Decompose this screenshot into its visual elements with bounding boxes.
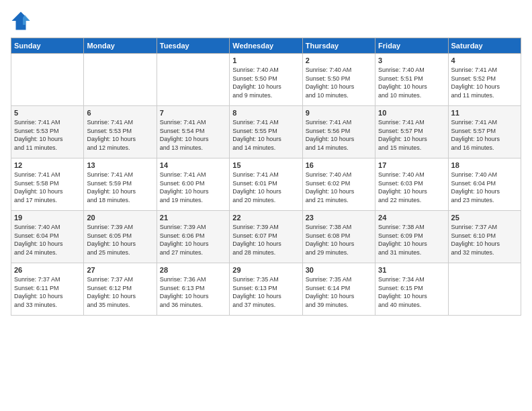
day-number: 17 bbox=[378, 161, 445, 169]
day-number: 11 bbox=[451, 109, 518, 117]
calendar-cell bbox=[157, 54, 229, 106]
day-number: 3 bbox=[378, 56, 445, 64]
calendar-cell: 24Sunrise: 7:38 AM Sunset: 6:09 PM Dayli… bbox=[375, 211, 448, 263]
day-number: 27 bbox=[87, 266, 153, 274]
day-info: Sunrise: 7:39 AM Sunset: 6:07 PM Dayligh… bbox=[232, 223, 299, 257]
day-info: Sunrise: 7:36 AM Sunset: 6:13 PM Dayligh… bbox=[160, 275, 226, 309]
weekday-header-row: SundayMondayTuesdayWednesdayThursdayFrid… bbox=[11, 38, 521, 54]
day-info: Sunrise: 7:40 AM Sunset: 6:04 PM Dayligh… bbox=[451, 171, 518, 204]
day-info: Sunrise: 7:38 AM Sunset: 6:08 PM Dayligh… bbox=[306, 223, 372, 257]
calendar-week-row: 12Sunrise: 7:41 AM Sunset: 5:58 PM Dayli… bbox=[11, 158, 521, 211]
day-number: 24 bbox=[378, 214, 445, 222]
day-info: Sunrise: 7:41 AM Sunset: 5:54 PM Dayligh… bbox=[160, 118, 226, 152]
calendar-cell: 8Sunrise: 7:41 AM Sunset: 5:55 PM Daylig… bbox=[230, 106, 302, 158]
day-info: Sunrise: 7:40 AM Sunset: 6:03 PM Dayligh… bbox=[378, 171, 445, 204]
day-info: Sunrise: 7:41 AM Sunset: 5:56 PM Dayligh… bbox=[306, 118, 372, 152]
day-info: Sunrise: 7:35 AM Sunset: 6:13 PM Dayligh… bbox=[232, 275, 299, 309]
calendar-cell: 31Sunrise: 7:34 AM Sunset: 6:15 PM Dayli… bbox=[375, 263, 448, 316]
day-number: 6 bbox=[87, 109, 153, 117]
calendar-cell: 1Sunrise: 7:40 AM Sunset: 5:50 PM Daylig… bbox=[230, 54, 302, 106]
calendar-week-row: 5Sunrise: 7:41 AM Sunset: 5:53 PM Daylig… bbox=[11, 106, 521, 158]
day-info: Sunrise: 7:41 AM Sunset: 5:59 PM Dayligh… bbox=[87, 171, 153, 204]
calendar-cell: 20Sunrise: 7:39 AM Sunset: 6:05 PM Dayli… bbox=[84, 211, 157, 263]
day-number: 20 bbox=[87, 214, 153, 222]
day-number: 5 bbox=[14, 109, 81, 117]
day-number: 13 bbox=[87, 161, 153, 169]
day-info: Sunrise: 7:40 AM Sunset: 5:51 PM Dayligh… bbox=[378, 66, 445, 99]
logo-icon bbox=[11, 11, 31, 31]
calendar-cell: 9Sunrise: 7:41 AM Sunset: 5:56 PM Daylig… bbox=[302, 106, 375, 158]
day-info: Sunrise: 7:38 AM Sunset: 6:09 PM Dayligh… bbox=[378, 223, 445, 257]
day-number: 1 bbox=[232, 56, 299, 64]
day-info: Sunrise: 7:40 AM Sunset: 6:02 PM Dayligh… bbox=[306, 171, 372, 204]
day-number: 26 bbox=[14, 266, 81, 274]
day-info: Sunrise: 7:37 AM Sunset: 6:11 PM Dayligh… bbox=[14, 275, 81, 309]
calendar-cell: 29Sunrise: 7:35 AM Sunset: 6:13 PM Dayli… bbox=[230, 263, 302, 316]
calendar-cell: 21Sunrise: 7:39 AM Sunset: 6:06 PM Dayli… bbox=[157, 211, 229, 263]
day-number: 31 bbox=[378, 266, 445, 274]
day-number: 9 bbox=[306, 109, 372, 117]
day-number: 29 bbox=[232, 266, 299, 274]
calendar-cell: 30Sunrise: 7:35 AM Sunset: 6:14 PM Dayli… bbox=[302, 263, 375, 316]
svg-marker-1 bbox=[23, 15, 30, 25]
calendar-cell: 14Sunrise: 7:41 AM Sunset: 6:00 PM Dayli… bbox=[157, 158, 229, 211]
calendar-cell: 12Sunrise: 7:41 AM Sunset: 5:58 PM Dayli… bbox=[11, 158, 84, 211]
calendar-cell bbox=[11, 54, 84, 106]
calendar-cell: 10Sunrise: 7:41 AM Sunset: 5:57 PM Dayli… bbox=[375, 106, 448, 158]
page-container: SundayMondayTuesdayWednesdayThursdayFrid… bbox=[0, 0, 532, 322]
calendar-cell: 17Sunrise: 7:40 AM Sunset: 6:03 PM Dayli… bbox=[375, 158, 448, 211]
weekday-header-friday: Friday bbox=[375, 38, 448, 54]
weekday-header-monday: Monday bbox=[84, 38, 157, 54]
calendar-cell: 3Sunrise: 7:40 AM Sunset: 5:51 PM Daylig… bbox=[375, 54, 448, 106]
weekday-header-tuesday: Tuesday bbox=[157, 38, 229, 54]
calendar-cell: 23Sunrise: 7:38 AM Sunset: 6:08 PM Dayli… bbox=[302, 211, 375, 263]
day-info: Sunrise: 7:41 AM Sunset: 5:57 PM Dayligh… bbox=[378, 118, 445, 152]
day-number: 25 bbox=[451, 214, 518, 222]
day-info: Sunrise: 7:40 AM Sunset: 5:50 PM Dayligh… bbox=[306, 66, 372, 99]
day-number: 14 bbox=[160, 161, 226, 169]
day-number: 4 bbox=[451, 56, 518, 64]
page-header bbox=[11, 11, 521, 31]
calendar-cell: 7Sunrise: 7:41 AM Sunset: 5:54 PM Daylig… bbox=[157, 106, 229, 158]
weekday-header-saturday: Saturday bbox=[448, 38, 521, 54]
day-number: 7 bbox=[160, 109, 226, 117]
day-number: 12 bbox=[14, 161, 81, 169]
day-number: 21 bbox=[160, 214, 226, 222]
day-number: 8 bbox=[232, 109, 299, 117]
calendar-cell bbox=[84, 54, 157, 106]
calendar-cell: 16Sunrise: 7:40 AM Sunset: 6:02 PM Dayli… bbox=[302, 158, 375, 211]
weekday-header-wednesday: Wednesday bbox=[230, 38, 302, 54]
calendar-week-row: 26Sunrise: 7:37 AM Sunset: 6:11 PM Dayli… bbox=[11, 263, 521, 316]
calendar-cell: 19Sunrise: 7:40 AM Sunset: 6:04 PM Dayli… bbox=[11, 211, 84, 263]
calendar-cell: 4Sunrise: 7:41 AM Sunset: 5:52 PM Daylig… bbox=[448, 54, 521, 106]
calendar-cell: 18Sunrise: 7:40 AM Sunset: 6:04 PM Dayli… bbox=[448, 158, 521, 211]
calendar-cell: 26Sunrise: 7:37 AM Sunset: 6:11 PM Dayli… bbox=[11, 263, 84, 316]
day-info: Sunrise: 7:41 AM Sunset: 5:53 PM Dayligh… bbox=[87, 118, 153, 152]
day-info: Sunrise: 7:40 AM Sunset: 6:04 PM Dayligh… bbox=[14, 223, 81, 257]
calendar-table: SundayMondayTuesdayWednesdayThursdayFrid… bbox=[11, 38, 521, 316]
day-info: Sunrise: 7:39 AM Sunset: 6:06 PM Dayligh… bbox=[160, 223, 226, 257]
day-info: Sunrise: 7:37 AM Sunset: 6:10 PM Dayligh… bbox=[451, 223, 518, 257]
day-number: 16 bbox=[306, 161, 372, 169]
day-info: Sunrise: 7:41 AM Sunset: 6:00 PM Dayligh… bbox=[160, 171, 226, 204]
day-info: Sunrise: 7:41 AM Sunset: 5:52 PM Dayligh… bbox=[451, 66, 518, 99]
day-number: 19 bbox=[14, 214, 81, 222]
day-info: Sunrise: 7:34 AM Sunset: 6:15 PM Dayligh… bbox=[378, 275, 445, 309]
day-number: 28 bbox=[160, 266, 226, 274]
day-info: Sunrise: 7:37 AM Sunset: 6:12 PM Dayligh… bbox=[87, 275, 153, 309]
day-number: 30 bbox=[306, 266, 372, 274]
day-number: 18 bbox=[451, 161, 518, 169]
calendar-cell: 2Sunrise: 7:40 AM Sunset: 5:50 PM Daylig… bbox=[302, 54, 375, 106]
calendar-cell bbox=[448, 263, 521, 316]
calendar-cell: 11Sunrise: 7:41 AM Sunset: 5:57 PM Dayli… bbox=[448, 106, 521, 158]
day-info: Sunrise: 7:41 AM Sunset: 5:55 PM Dayligh… bbox=[232, 118, 299, 152]
calendar-cell: 6Sunrise: 7:41 AM Sunset: 5:53 PM Daylig… bbox=[84, 106, 157, 158]
day-number: 22 bbox=[232, 214, 299, 222]
calendar-cell: 28Sunrise: 7:36 AM Sunset: 6:13 PM Dayli… bbox=[157, 263, 229, 316]
day-number: 23 bbox=[306, 214, 372, 222]
calendar-cell: 25Sunrise: 7:37 AM Sunset: 6:10 PM Dayli… bbox=[448, 211, 521, 263]
calendar-cell: 13Sunrise: 7:41 AM Sunset: 5:59 PM Dayli… bbox=[84, 158, 157, 211]
calendar-cell: 15Sunrise: 7:41 AM Sunset: 6:01 PM Dayli… bbox=[230, 158, 302, 211]
day-info: Sunrise: 7:39 AM Sunset: 6:05 PM Dayligh… bbox=[87, 223, 153, 257]
day-number: 2 bbox=[306, 56, 372, 64]
